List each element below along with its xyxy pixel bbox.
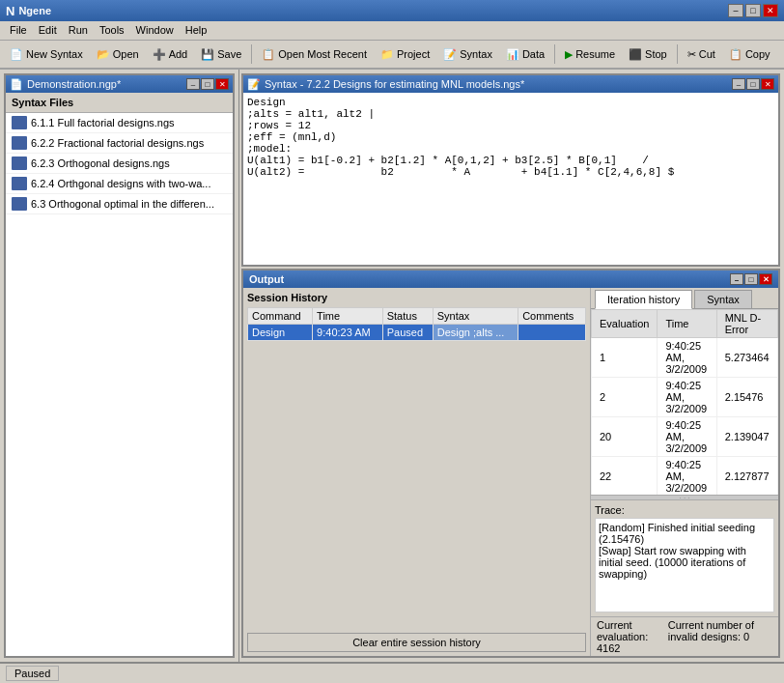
new-syntax-button[interactable]: 📄 New Syntax [4, 43, 89, 66]
app-title: Ngene [18, 5, 51, 16]
iter-cell-error: 2.127877 [716, 457, 777, 496]
list-item[interactable]: 6.2.4 Orthgonal designs with two-wa... [6, 174, 233, 194]
stop-icon: ⬛ [629, 48, 642, 61]
session-history-title: Session History [247, 292, 586, 307]
stop-button[interactable]: ⬛ Stop [623, 43, 673, 66]
cut-button[interactable]: ✂ Cut [682, 43, 721, 66]
iter-cell-error: 2.15476 [716, 378, 777, 417]
table-row[interactable]: 229:40:25 AM, 3/2/20092.127877 [592, 457, 778, 496]
resume-button[interactable]: ▶ Resume [559, 43, 621, 66]
iteration-table-container[interactable]: Evaluation Time MNL D-Error 19:40:25 AM,… [591, 309, 778, 495]
minimize-button[interactable]: – [728, 4, 743, 17]
resume-icon: ▶ [565, 48, 573, 61]
iter-cell-eval: 20 [592, 417, 658, 457]
col-command: Command [248, 308, 313, 325]
iter-cell-time: 9:40:25 AM, 3/2/2009 [658, 378, 716, 417]
output-maximize[interactable]: □ [744, 273, 758, 285]
row-syntax: Design ;alts ... [433, 325, 518, 341]
file-icon [12, 116, 27, 129]
list-item[interactable]: 6.1.1 Full factorial designs.ngs [6, 113, 233, 133]
iteration-table: Evaluation Time MNL D-Error 19:40:25 AM,… [591, 309, 778, 495]
syntax-window-title: Syntax - 7.2.2 Designs for estimating MN… [265, 78, 524, 90]
syntax-close[interactable]: ✕ [761, 78, 774, 90]
add-button[interactable]: ➕ Add [147, 43, 194, 66]
syntax-title-bar: 📝 Syntax - 7.2.2 Designs for estimating … [243, 75, 778, 93]
list-item[interactable]: 6.2.3 Orthogonal designs.ngs [6, 154, 233, 174]
tab-syntax[interactable]: Syntax [694, 290, 752, 308]
row-time: 9:40:23 AM [313, 325, 383, 341]
project-button[interactable]: 📁 Project [375, 43, 435, 66]
main-area: 📄 Demonstration.ngp* – □ ✕ Syntax Files … [0, 70, 784, 662]
file-icon [12, 136, 27, 150]
syntax-window-icon: 📝 [247, 78, 261, 91]
maximize-button[interactable]: □ [745, 4, 761, 17]
data-icon: 📊 [506, 48, 519, 61]
list-item[interactable]: 6.2.2 Fractional factorial designs.ngs [6, 133, 233, 154]
sep3 [677, 44, 678, 64]
iter-col-time: Time [658, 310, 716, 338]
syntax-button[interactable]: 📝 Syntax [437, 43, 498, 66]
iter-col-eval: Evaluation [592, 310, 658, 338]
iter-col-error: MNL D-Error [716, 310, 777, 338]
trace-line: [Swap] Start row swapping with initial s… [599, 545, 770, 580]
demo-window-icon: 📄 [10, 78, 23, 91]
project-icon: 📁 [380, 48, 394, 61]
close-button[interactable]: ✕ [763, 4, 778, 17]
output-close[interactable]: ✕ [759, 273, 772, 285]
iter-cell-time: 9:40:25 AM, 3/2/2009 [658, 457, 716, 496]
tab-iteration-history[interactable]: Iteration history [595, 290, 692, 309]
menu-tools[interactable]: Tools [94, 23, 130, 38]
syntax-minimize[interactable]: – [732, 78, 745, 90]
current-invalid: Current number of invalid designs: 0 [668, 619, 772, 654]
output-title: Output [249, 273, 284, 285]
table-row[interactable]: Design 9:40:23 AM Paused Design ;alts ..… [248, 325, 586, 341]
syntax-icon: 📝 [443, 48, 457, 61]
output-status-bar: Current evaluation: 4162 Current number … [591, 616, 778, 656]
demo-minimize[interactable]: – [186, 78, 200, 90]
tabs-bar: Iteration history Syntax [591, 288, 778, 309]
data-button[interactable]: 📊 Data [500, 43, 550, 66]
clear-session-button[interactable]: Clear entire session history [247, 633, 586, 652]
new-syntax-icon: 📄 [10, 48, 23, 61]
iter-cell-eval: 1 [592, 338, 658, 378]
iter-cell-time: 9:40:25 AM, 3/2/2009 [658, 338, 716, 378]
iter-cell-eval: 2 [592, 378, 658, 417]
file-name: 6.2.2 Fractional factorial designs.ngs [31, 137, 204, 149]
menu-window[interactable]: Window [130, 23, 180, 38]
demo-title: Demonstration.ngp* [27, 78, 121, 90]
output-minimize[interactable]: – [730, 273, 743, 285]
file-name: 6.3 Orthogonal optimal in the differen..… [31, 198, 214, 210]
menu-run[interactable]: Run [63, 23, 94, 38]
demo-maximize[interactable]: □ [201, 78, 214, 90]
save-button[interactable]: 💾 Save [195, 43, 247, 66]
row-command: Design [248, 325, 313, 341]
title-bar: N Ngene – □ ✕ [0, 0, 784, 21]
col-comments: Comments [518, 308, 586, 325]
row-comments [518, 325, 586, 341]
syntax-maximize[interactable]: □ [746, 78, 760, 90]
open-most-recent-button[interactable]: 📋 Open Most Recent [256, 43, 373, 66]
iter-cell-error: 2.139047 [716, 417, 777, 457]
file-name: 6.2.3 Orthogonal designs.ngs [31, 157, 170, 169]
open-button[interactable]: 📂 Open [91, 43, 145, 66]
file-icon [12, 197, 27, 211]
col-status: Status [382, 308, 433, 325]
current-eval: Current evaluation: 4162 [597, 619, 668, 654]
menu-edit[interactable]: Edit [33, 23, 63, 38]
session-table: Command Time Status Syntax Comments Desi… [247, 307, 586, 341]
syntax-editor[interactable]: Design ;alts = alt1, alt2 | ;rows = 12 ;… [243, 93, 778, 265]
demo-close[interactable]: ✕ [215, 78, 229, 90]
toolbar: 📄 New Syntax 📂 Open ➕ Add 💾 Save 📋 Open … [0, 41, 784, 70]
table-row[interactable]: 19:40:25 AM, 3/2/20095.273464 [592, 338, 778, 378]
table-row[interactable]: 29:40:25 AM, 3/2/20092.15476 [592, 378, 778, 417]
list-item[interactable]: 6.3 Orthogonal optimal in the differen..… [6, 194, 233, 214]
copy-button[interactable]: 📋 Copy [723, 43, 776, 66]
iter-cell-error: 5.273464 [716, 338, 777, 378]
menu-file[interactable]: File [4, 23, 33, 38]
file-icon [12, 177, 27, 190]
table-row[interactable]: 209:40:25 AM, 3/2/20092.139047 [592, 417, 778, 457]
iteration-panel: Iteration history Syntax Evaluation Time… [591, 288, 778, 656]
menu-help[interactable]: Help [180, 23, 213, 38]
trace-label: Trace: [595, 504, 774, 516]
sep2 [554, 44, 555, 64]
